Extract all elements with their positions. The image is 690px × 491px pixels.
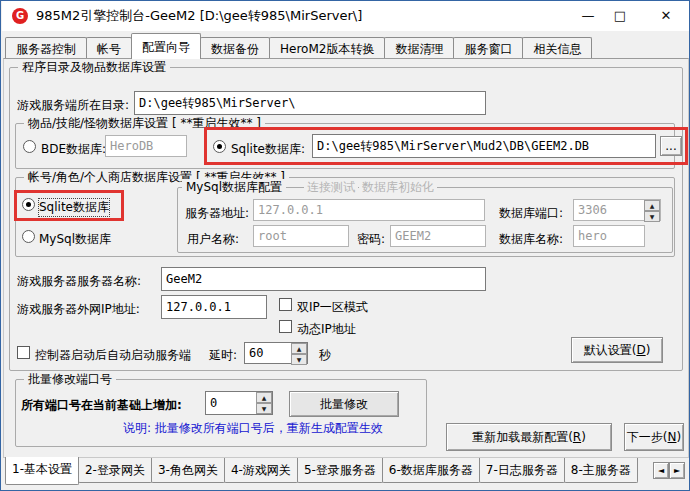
minimize-button[interactable]: — <box>570 1 606 31</box>
mysql-dbname-label: 数据库名称: <box>499 231 563 248</box>
tab-service-window[interactable]: 服务窗口 <box>453 37 523 59</box>
sqlite-accountdb-label[interactable]: Sqlite数据库 <box>39 199 109 216</box>
db-init-link: 数据库初始化 <box>359 179 437 196</box>
btn-text: ) <box>676 430 681 444</box>
btab-main-server[interactable]: 8-主服务器 <box>564 458 638 483</box>
next-step-button[interactable]: 下一步(N) <box>624 423 684 451</box>
btab-basic-settings[interactable]: 1-基本设置 <box>5 457 79 485</box>
dual-ip-checkbox[interactable] <box>279 298 292 311</box>
autostart-checkbox[interactable] <box>17 346 30 359</box>
mysql-accountdb-label[interactable]: MySql数据库 <box>39 231 111 248</box>
bde-db-input <box>105 135 187 157</box>
sqlite-itemdb-path-input[interactable] <box>312 134 656 158</box>
maximize-button[interactable]: □ <box>602 1 638 31</box>
btn-key: R <box>573 430 581 444</box>
game-dir-label: 游戏服务端所在目录: <box>17 97 129 114</box>
mysql-user-label: 用户名称: <box>187 231 239 248</box>
port-increase-spinner[interactable]: ▲▼ <box>256 392 272 414</box>
external-ip-input[interactable] <box>161 295 267 319</box>
delay-spinner[interactable]: ▲▼ <box>291 343 307 363</box>
mysql-pass-label: 密码: <box>357 231 385 248</box>
bottom-tab-scroll: ◄ ► <box>653 462 685 479</box>
external-ip-label: 游戏服务器外网IP地址: <box>17 301 140 318</box>
port-increase-label: 所有端口号在当前基础上增加: <box>21 397 182 414</box>
default-settings-button[interactable]: 默认设置(D) <box>571 337 663 363</box>
spin-up-icon[interactable]: ▲ <box>291 343 307 354</box>
btab-login-gate[interactable]: 2-登录网关 <box>78 458 152 483</box>
program-dir-group-title: 程序目录及物品数据库设置 <box>18 59 170 76</box>
mysql-port-label: 数据库端口: <box>499 205 563 222</box>
window-title: 985M2引擎控制台-GeeM2 [D:\gee转985\MirServer\] <box>36 1 362 31</box>
btn-text: 重新加载最新配置( <box>472 430 573 444</box>
tab-data-backup[interactable]: 数据备份 <box>200 37 270 59</box>
reload-config-button[interactable]: 重新加载最新配置(R) <box>446 423 612 451</box>
app-logo-icon: G <box>12 8 28 24</box>
titlebar: G 985M2引擎控制台-GeeM2 [D:\gee转985\MirServer… <box>2 1 690 31</box>
mysql-host-label: 服务器地址: <box>185 205 249 222</box>
mysql-pass-input <box>390 225 486 247</box>
delay-label: 延时: <box>209 347 237 364</box>
mysql-host-input <box>253 199 485 221</box>
sqlite-accountdb-radio[interactable] <box>22 198 35 211</box>
spin-down-icon[interactable]: ▼ <box>256 403 272 414</box>
btn-text: ) <box>581 430 586 444</box>
connection-test-link: 连接测试 <box>304 179 358 196</box>
tab-herom2-convert[interactable]: HeroM2版本转换 <box>269 37 385 59</box>
game-dir-input[interactable] <box>134 91 486 115</box>
tab-account[interactable]: 帐号 <box>86 37 132 59</box>
bde-db-radio[interactable] <box>23 140 36 153</box>
mysql-user-input <box>253 225 349 247</box>
sqlite-itemdb-radio[interactable] <box>213 140 226 153</box>
browse-button[interactable]: ... <box>660 136 682 156</box>
btn-text: 下一步( <box>627 430 668 444</box>
bde-db-label[interactable]: BDE数据库: <box>41 141 106 158</box>
autostart-label[interactable]: 控制器启动后自动启动服务端 <box>35 347 191 364</box>
btab-log-server[interactable]: 7-日志服务器 <box>479 458 565 483</box>
server-name-input[interactable] <box>161 267 486 291</box>
spin-up-icon[interactable]: ▲ <box>644 200 660 211</box>
server-name-label: 游戏服务器服务器名称: <box>17 273 141 290</box>
scroll-right-icon[interactable]: ► <box>669 462 685 479</box>
tab-related-info[interactable]: 相关信息 <box>522 37 592 59</box>
batch-port-group-title: 批量修改端口号 <box>24 371 116 388</box>
mysql-dbname-input <box>573 225 645 247</box>
btn-key: D <box>636 343 645 357</box>
app-window: G 985M2引擎控制台-GeeM2 [D:\gee转985\MirServer… <box>0 0 690 491</box>
tab-data-clean[interactable]: 数据清理 <box>384 37 454 59</box>
btab-role-gate[interactable]: 3-角色网关 <box>151 458 225 483</box>
mysql-config-group-title: MySql数据库配置 <box>182 179 286 196</box>
spin-down-icon[interactable]: ▼ <box>291 354 307 365</box>
batch-note: 说明: 批量修改所有端口号后，重新生成配置生效 <box>123 420 383 437</box>
mysql-port-spinner[interactable]: ▲▼ <box>644 200 660 220</box>
item-db-group-title: 物品/技能/怪物数据库设置 [ **重启生效** ] <box>24 115 265 132</box>
scroll-left-icon[interactable]: ◄ <box>653 462 669 479</box>
dynamic-ip-checkbox[interactable] <box>279 320 292 333</box>
batch-modify-button[interactable]: 批量修改 <box>289 391 399 417</box>
btab-db-server[interactable]: 6-数据库服务器 <box>382 458 480 483</box>
btn-text: ) <box>646 343 651 357</box>
seconds-label: 秒 <box>319 347 331 364</box>
btab-game-gate[interactable]: 4-游戏网关 <box>224 458 298 483</box>
bottom-tab-bar: 1-基本设置 2-登录网关 3-角色网关 4-游戏网关 5-登录服务器 6-数据… <box>5 458 637 485</box>
mysql-accountdb-radio[interactable] <box>22 230 35 243</box>
close-button[interactable]: ✕ <box>648 1 684 31</box>
btn-text: 默认设置( <box>584 343 637 357</box>
tab-server-control[interactable]: 服务器控制 <box>5 37 87 59</box>
spin-up-icon[interactable]: ▲ <box>256 392 272 403</box>
sqlite-itemdb-label[interactable]: Sqlite数据库: <box>231 141 305 158</box>
top-tab-bar: 服务器控制 帐号 配置向导 数据备份 HeroM2版本转换 数据清理 服务窗口 … <box>5 33 591 59</box>
tab-config-wizard[interactable]: 配置向导 <box>131 33 201 59</box>
btab-login-server[interactable]: 5-登录服务器 <box>297 458 383 483</box>
spin-down-icon[interactable]: ▼ <box>644 211 660 222</box>
dynamic-ip-label[interactable]: 动态IP地址 <box>297 321 356 338</box>
dual-ip-label[interactable]: 双IP一区模式 <box>297 299 368 316</box>
